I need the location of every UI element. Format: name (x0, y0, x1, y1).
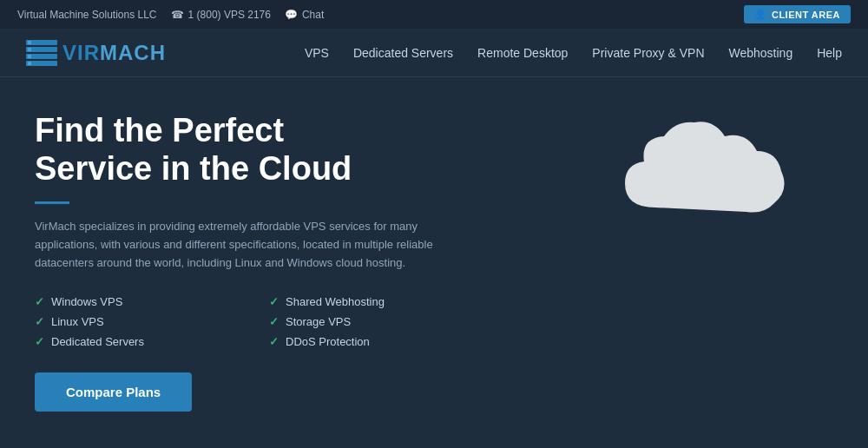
check-icon: ✓ (269, 335, 279, 348)
logo-vir: VIR (62, 41, 100, 64)
feature-label: Shared Webhosting (286, 295, 385, 308)
logo-icon (26, 40, 57, 66)
feature-label: Windows VPS (51, 295, 122, 308)
cloud-illustration (608, 112, 799, 251)
svg-rect-6 (28, 55, 31, 58)
hero-section: Find the Perfect Service in the Cloud Vi… (0, 77, 868, 438)
logo-mach: MACH (100, 41, 166, 64)
company-name: Virtual Machine Solutions LLC (17, 9, 157, 21)
topbar: Virtual Machine Solutions LLC ☎ 1 (800) … (0, 0, 868, 30)
check-icon: ✓ (35, 315, 44, 328)
chat-link[interactable]: 💬 Chat (285, 9, 324, 21)
nav-remote[interactable]: Remote Desktop (477, 46, 568, 60)
client-area-button[interactable]: 👤 CLIENT AREA (744, 5, 851, 23)
check-icon: ✓ (35, 335, 44, 348)
check-icon: ✓ (269, 315, 279, 328)
hero-content: Find the Perfect Service in the Cloud Vi… (35, 112, 521, 412)
nav-dedicated[interactable]: Dedicated Servers (353, 46, 453, 60)
client-area-label: CLIENT AREA (772, 10, 840, 20)
feature-label: Linux VPS (51, 315, 104, 328)
check-icon: ✓ (35, 295, 44, 308)
hero-divider (35, 201, 69, 204)
feature-label: Storage VPS (286, 315, 351, 328)
feature-label: DDoS Protection (286, 335, 370, 348)
svg-rect-7 (28, 62, 31, 65)
navbar: VIRMACH VPS Dedicated Servers Remote Des… (0, 30, 868, 77)
features-list: ✓ Windows VPS ✓ Shared Webhosting ✓ Linu… (35, 295, 451, 348)
nav-proxy[interactable]: Private Proxy & VPN (592, 46, 704, 60)
compare-plans-button[interactable]: Compare Plans (35, 372, 192, 412)
feature-dedicated-servers: ✓ Dedicated Servers (35, 335, 217, 348)
topbar-left: Virtual Machine Solutions LLC ☎ 1 (800) … (17, 9, 324, 21)
feature-shared-webhosting: ✓ Shared Webhosting (269, 295, 451, 308)
chat-icon: 💬 (285, 9, 298, 21)
phone-info: ☎ 1 (800) VPS 2176 (171, 9, 271, 21)
svg-rect-4 (28, 41, 31, 44)
client-area-icon: 👤 (754, 9, 767, 20)
feature-storage-vps: ✓ Storage VPS (269, 315, 451, 328)
logo[interactable]: VIRMACH (26, 40, 166, 66)
feature-ddos-protection: ✓ DDoS Protection (269, 335, 451, 348)
feature-label: Dedicated Servers (51, 335, 144, 348)
hero-title: Find the Perfect Service in the Cloud (35, 112, 521, 188)
cloud-svg (608, 112, 799, 234)
hero-title-line2: Service in the Cloud (35, 150, 352, 187)
phone-icon: ☎ (171, 9, 184, 21)
hero-description: VirMach specializes in providing extreme… (35, 218, 434, 272)
logo-text: VIRMACH (62, 41, 166, 65)
chat-label: Chat (302, 9, 324, 21)
nav-webhosting[interactable]: Webhosting (729, 46, 793, 60)
svg-rect-5 (28, 48, 31, 51)
hero-title-line1: Find the Perfect (35, 112, 284, 148)
nav-vps[interactable]: VPS (305, 46, 329, 60)
nav-help[interactable]: Help (817, 46, 842, 60)
feature-linux-vps: ✓ Linux VPS (35, 315, 217, 328)
nav-links: VPS Dedicated Servers Remote Desktop Pri… (305, 46, 842, 60)
feature-windows-vps: ✓ Windows VPS (35, 295, 217, 308)
check-icon: ✓ (269, 295, 279, 308)
phone-number: 1 (800) VPS 2176 (188, 9, 271, 21)
